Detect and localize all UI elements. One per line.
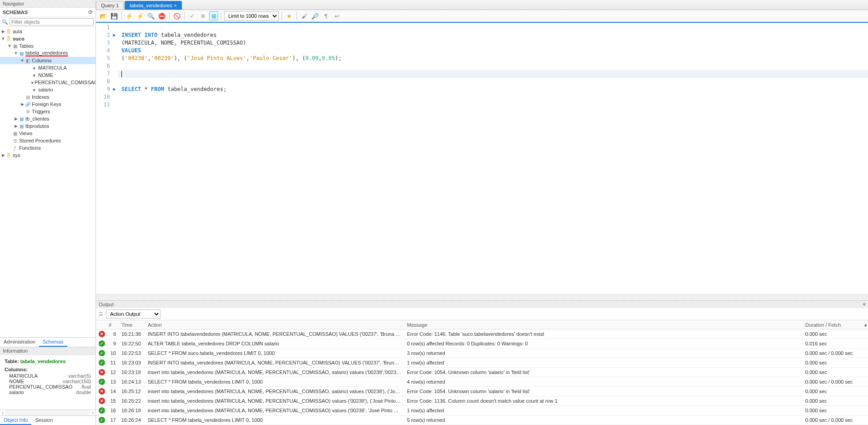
output-type-select[interactable]: Action Output bbox=[106, 309, 161, 319]
output-grid[interactable]: # Time Action Message Duration / Fetch ▴… bbox=[96, 320, 868, 425]
tree-item-indexes[interactable]: ▤Indexes bbox=[0, 93, 95, 101]
tree-item-columns[interactable]: ▼◧Columns bbox=[0, 57, 95, 64]
navigator-panel: Navigator SCHEMAS ⟳ 🔍 ▶🗄aula ▼🗄suco ▼▦Ta… bbox=[0, 0, 96, 425]
status-ok-icon: ✓ bbox=[99, 359, 105, 366]
tree-item-aula[interactable]: ▶🗄aula bbox=[0, 28, 95, 35]
tree-item-functions[interactable]: ƒFunctions bbox=[0, 144, 95, 152]
sql-editor[interactable]: 1 2 3 4 5 6 7 8 9 10 11 INSERT INTO tabe… bbox=[96, 23, 868, 294]
tree-item-foreign-keys[interactable]: ▶🔗Foreign Keys bbox=[0, 101, 95, 108]
col-duration[interactable]: Duration / Fetch bbox=[803, 320, 862, 329]
invisible-chars-icon[interactable]: ¶ bbox=[321, 11, 331, 20]
output-row[interactable]: ✓1316:24:13SELECT * FROM tabela_vendedor… bbox=[96, 377, 868, 387]
rollback-icon[interactable]: ✖ bbox=[198, 11, 207, 20]
open-file-icon[interactable]: 📂 bbox=[99, 11, 108, 20]
col-action[interactable]: Action bbox=[145, 320, 404, 329]
output-row[interactable]: ✓1116:23:03INSERT INTO tabela_vendedores… bbox=[96, 358, 868, 368]
code-body[interactable]: INSERT INTO tabela_vendedores (MATRICULA… bbox=[118, 23, 868, 294]
output-row[interactable]: ✓1016:22:53SELECT * FROM suco.tabela_ven… bbox=[96, 349, 868, 358]
execute-current-icon[interactable]: ⚡ bbox=[135, 11, 145, 20]
output-row[interactable]: ✓1616:26:18insert into tabela_vendedores… bbox=[96, 406, 868, 415]
col-message[interactable]: Message bbox=[404, 320, 803, 329]
status-ok-icon: ✓ bbox=[99, 379, 105, 385]
information-body: Table: tabela_vendedores Columns: MATRIC… bbox=[0, 355, 95, 410]
toggle-wrap-icon[interactable]: ⊞ bbox=[209, 11, 218, 20]
output-row[interactable]: ✕1516:25:22insert into tabela_vendedores… bbox=[96, 396, 868, 406]
tree-col-matricula[interactable]: ◆MATRICULA bbox=[0, 64, 95, 71]
gutter: 1 2 3 4 5 6 7 8 9 10 11 bbox=[96, 23, 118, 294]
output-row[interactable]: ✕1216:23:18insert into tabela_vendedores… bbox=[96, 368, 868, 377]
close-icon[interactable]: × bbox=[174, 3, 177, 8]
scroll-up-icon[interactable]: ▴ bbox=[862, 320, 868, 329]
status-error-icon: ✕ bbox=[99, 398, 105, 404]
tree-item-stored-procedures[interactable]: ☰Stored Procedures bbox=[0, 137, 95, 144]
status-error-icon: ✕ bbox=[99, 388, 105, 395]
status-ok-icon: ✓ bbox=[99, 350, 105, 356]
status-ok-icon: ✓ bbox=[99, 407, 105, 414]
editor-toolbar: 📂 💾 ⚡ ⚡ 🔍 ⛔ 🚫 ✔ ✖ ⊞ Limit to 1000 rows ★… bbox=[96, 10, 868, 23]
status-ok-icon: ✓ bbox=[99, 340, 105, 347]
stop-icon[interactable]: ⛔ bbox=[157, 11, 166, 20]
output-row[interactable]: ✓1716:26:24SELECT * FROM tabela_vendedor… bbox=[96, 415, 868, 425]
col-num[interactable]: # bbox=[106, 320, 119, 329]
tab-schemas[interactable]: Schemas bbox=[39, 338, 67, 347]
tree-item-sys[interactable]: ▶🗄sys bbox=[0, 152, 95, 159]
commit-icon[interactable]: ✔ bbox=[187, 11, 196, 20]
tab-administration[interactable]: Administration bbox=[0, 338, 39, 347]
output-row[interactable]: ✕1416:25:12insert into tabela_vendedores… bbox=[96, 387, 868, 396]
output-row[interactable]: ✓916:22:50ALTER TABLE tabela_vendedores … bbox=[96, 339, 868, 349]
search-icon: 🔍 bbox=[2, 19, 8, 25]
tree-item-tabela-vendedores[interactable]: ▼▦tabela_vendedores bbox=[0, 50, 95, 57]
tree-item-suco[interactable]: ▼🗄suco bbox=[0, 35, 95, 42]
save-file-icon[interactable]: 💾 bbox=[110, 11, 119, 20]
brush-icon[interactable]: 🖌 bbox=[300, 11, 309, 20]
output-grid-icon[interactable]: ☰ bbox=[99, 311, 103, 317]
tree-item-tbprodutos[interactable]: ▶▦tbprodutos bbox=[0, 122, 95, 130]
tree-item-triggers[interactable]: ⚙Triggers bbox=[0, 108, 95, 115]
scroll-right-icon[interactable]: › bbox=[90, 410, 95, 415]
tree-col-percentual[interactable]: ◆PERCENTUAL_COMISSAO bbox=[0, 79, 95, 86]
editor-scrollbar[interactable] bbox=[96, 294, 868, 300]
wrap-icon[interactable]: ↩ bbox=[332, 11, 341, 20]
tree-item-tables[interactable]: ▼▦Tables bbox=[0, 42, 95, 50]
collapse-output-icon[interactable]: ▾ bbox=[863, 302, 865, 307]
limit-rows-select[interactable]: Limit to 1000 rows bbox=[224, 11, 279, 20]
tree-item-views[interactable]: ▦Views bbox=[0, 130, 95, 137]
navigator-title: Navigator bbox=[0, 0, 95, 8]
tab-session[interactable]: Session bbox=[31, 416, 56, 425]
toggle-autocommit-icon[interactable]: 🚫 bbox=[172, 11, 181, 20]
info-scrollbar[interactable] bbox=[5, 410, 90, 415]
status-error-icon: ✕ bbox=[99, 331, 105, 337]
schemas-label: SCHEMAS bbox=[3, 10, 28, 15]
tree-item-tb-clientes[interactable]: ▶▦tb_clientes bbox=[0, 115, 95, 122]
information-title: Information bbox=[0, 347, 95, 355]
editor-tab-bar: Query 1 tabela_vendedores× bbox=[96, 0, 868, 10]
tree-col-nome[interactable]: ◆NOME bbox=[0, 71, 95, 79]
execute-icon[interactable]: ⚡ bbox=[125, 11, 134, 20]
output-row[interactable]: ✕816:21:38INSERT INTO tabelavendedores (… bbox=[96, 329, 868, 339]
explain-icon[interactable]: 🔍 bbox=[146, 11, 156, 20]
editor-panel: Query 1 tabela_vendedores× 📂 💾 ⚡ ⚡ 🔍 ⛔ 🚫… bbox=[96, 0, 868, 425]
tab-object-info[interactable]: Object Info bbox=[0, 416, 31, 425]
status-error-icon: ✕ bbox=[99, 369, 105, 375]
schema-tree[interactable]: ▶🗄aula ▼🗄suco ▼▦Tables ▼▦tabela_vendedor… bbox=[0, 27, 95, 337]
find-icon[interactable]: 🔎 bbox=[311, 11, 320, 20]
refresh-icon[interactable]: ⟳ bbox=[88, 9, 93, 15]
output-title: Output bbox=[99, 302, 114, 307]
tree-col-salario[interactable]: ◆salario bbox=[0, 86, 95, 93]
status-ok-icon: ✓ bbox=[99, 417, 105, 423]
scroll-left-icon[interactable]: ‹ bbox=[0, 410, 5, 415]
beautify-icon[interactable]: ★ bbox=[285, 11, 294, 20]
col-time[interactable]: Time bbox=[119, 320, 145, 329]
editor-tab-tabela-vendedores[interactable]: tabela_vendedores× bbox=[125, 1, 181, 10]
filter-objects-input[interactable] bbox=[10, 18, 94, 25]
editor-tab-query1[interactable]: Query 1 bbox=[96, 1, 124, 10]
